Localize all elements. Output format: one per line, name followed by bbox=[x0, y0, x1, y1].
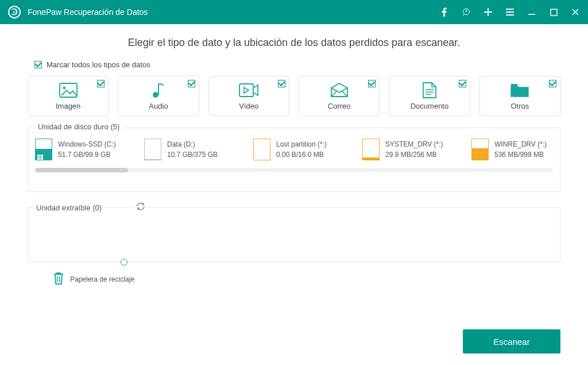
svg-point-4 bbox=[63, 86, 65, 89]
app-title: FonePaw Recuperación de Datos bbox=[28, 7, 148, 17]
recycle-bin-option[interactable]: Papelera de reciclaje bbox=[53, 271, 560, 287]
svg-rect-2 bbox=[551, 9, 557, 16]
drive-info: SYSTEM_DRV (*:)29.8 MB/256 MB bbox=[385, 139, 443, 160]
type-label: Otros bbox=[510, 102, 529, 110]
checkbox-icon bbox=[34, 61, 42, 68]
facebook-icon[interactable] bbox=[440, 7, 449, 17]
drive-size: 536 MB/999 MB bbox=[494, 149, 547, 160]
checkbox-icon bbox=[278, 80, 285, 87]
radio-icon bbox=[121, 259, 127, 266]
drive-info: Lost partition (*:)0.00 B/16.0 MB bbox=[276, 139, 327, 160]
drive-info: Data (D:)10.7 GB/375 GB bbox=[167, 139, 218, 160]
drive-icon bbox=[253, 139, 270, 160]
drive-item[interactable]: Windows-SSD (C:)51.7 GB/99.9 GB bbox=[35, 139, 134, 160]
drive-size: 29.8 MB/256 MB bbox=[385, 149, 443, 160]
drive-name: WINRE_DRV (*:) bbox=[494, 139, 547, 149]
select-all-checkbox[interactable]: Marcar todos los tipos de datos bbox=[34, 60, 560, 69]
type-card-email[interactable]: Correo bbox=[299, 76, 380, 116]
menu-icon[interactable] bbox=[505, 7, 514, 17]
checkbox-icon bbox=[97, 80, 105, 87]
drive-icon bbox=[35, 139, 52, 160]
removable-list: Unidad extraíble (0) bbox=[28, 207, 560, 262]
drive-icon bbox=[362, 139, 380, 160]
checkbox-icon bbox=[368, 80, 376, 87]
type-card-other[interactable]: Otros bbox=[479, 76, 560, 116]
drive-icon bbox=[144, 139, 161, 160]
refresh-icon[interactable] bbox=[134, 202, 148, 213]
drive-name: Windows-SSD (C:) bbox=[58, 139, 116, 149]
app-logo-icon: Ͽ bbox=[8, 6, 21, 18]
help-icon[interactable] bbox=[462, 7, 471, 17]
email-icon bbox=[330, 82, 349, 98]
type-label: Imagen bbox=[56, 102, 80, 110]
checkbox-icon bbox=[549, 80, 556, 87]
drive-size: 0.00 B/16.0 MB bbox=[276, 149, 327, 160]
maximize-icon[interactable] bbox=[549, 7, 558, 17]
plus-icon[interactable] bbox=[483, 7, 493, 17]
drive-size: 10.7 GB/375 GB bbox=[167, 149, 218, 160]
image-icon bbox=[59, 82, 78, 98]
type-card-document[interactable]: Documento bbox=[389, 76, 470, 116]
drive-name: Data (D:) bbox=[167, 139, 218, 149]
drive-item[interactable]: SYSTEM_DRV (*:)29.8 MB/256 MB bbox=[362, 139, 461, 160]
type-label: Correo bbox=[328, 102, 351, 110]
drive-info: Windows-SSD (C:)51.7 GB/99.9 GB bbox=[58, 139, 116, 160]
recycle-label: Papelera de reciclaje bbox=[70, 275, 134, 283]
type-label: Audio bbox=[149, 102, 168, 110]
drive-item[interactable]: Lost partition (*:)0.00 B/16.0 MB bbox=[253, 139, 352, 160]
type-label: Documento bbox=[411, 102, 448, 110]
page-headline: Elegir el tipo de dato y la ubicación de… bbox=[28, 37, 560, 49]
drive-item[interactable]: WINRE_DRV (*:)536 MB/999 MB bbox=[471, 139, 553, 160]
drive-info: WINRE_DRV (*:)536 MB/999 MB bbox=[494, 139, 547, 160]
drive-name: Lost partition (*:) bbox=[276, 139, 327, 149]
minimize-icon[interactable] bbox=[527, 7, 536, 17]
titlebar: Ͽ FonePaw Recuperación de Datos bbox=[0, 0, 588, 24]
svg-point-5 bbox=[153, 92, 158, 98]
type-label: Vídeo bbox=[239, 102, 258, 110]
type-card-audio[interactable]: Audio bbox=[118, 76, 199, 116]
drive-icon bbox=[471, 139, 489, 160]
svg-rect-7 bbox=[511, 84, 517, 87]
audio-icon bbox=[151, 82, 166, 98]
removable-section-title: Unidad extraíble (0) bbox=[34, 203, 104, 212]
scan-button[interactable]: Escanear bbox=[463, 329, 560, 354]
checkbox-icon bbox=[188, 80, 195, 87]
svg-rect-6 bbox=[239, 84, 253, 97]
trash-icon bbox=[53, 271, 64, 287]
folder-icon bbox=[510, 82, 529, 98]
document-icon bbox=[422, 82, 437, 98]
close-icon[interactable] bbox=[571, 7, 580, 17]
scrollbar[interactable] bbox=[35, 168, 553, 172]
video-icon bbox=[239, 82, 258, 98]
drive-item[interactable]: Data (D:)10.7 GB/375 GB bbox=[144, 139, 243, 160]
select-all-label: Marcar todos los tipos de datos bbox=[47, 60, 150, 69]
hdd-list: Windows-SSD (C:)51.7 GB/99.9 GBData (D:)… bbox=[28, 128, 560, 192]
drive-size: 51.7 GB/99.9 GB bbox=[58, 149, 116, 160]
drive-name: SYSTEM_DRV (*:) bbox=[385, 139, 443, 149]
checkbox-icon bbox=[459, 80, 466, 87]
type-card-video[interactable]: Vídeo bbox=[208, 76, 289, 116]
type-card-image[interactable]: Imagen bbox=[28, 76, 109, 116]
hdd-section-title: Unidad de disco duro (5) bbox=[34, 122, 123, 131]
svg-point-1 bbox=[466, 13, 467, 13]
